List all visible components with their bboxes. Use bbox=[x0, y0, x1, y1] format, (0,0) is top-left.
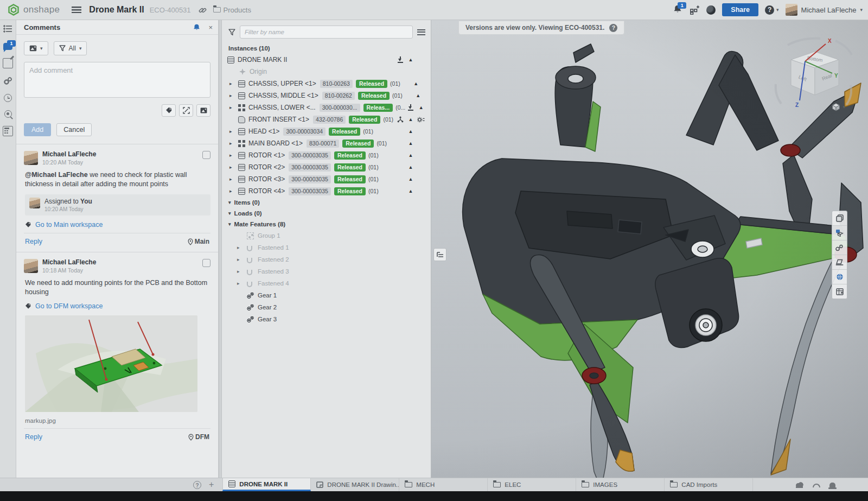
expand-chevron-icon[interactable]: ▸ bbox=[237, 257, 247, 262]
workspace-location[interactable]: DFM bbox=[188, 433, 209, 441]
add-button[interactable]: Add bbox=[24, 123, 51, 136]
comment-type-filter-button[interactable]: ▾ bbox=[24, 41, 48, 55]
tree-row[interactable]: ▸ CHASSIS, MIDDLE <1> 810-00262 Released… bbox=[222, 90, 431, 102]
tree-row[interactable]: ▸ ROTOR <4> 300-00003035 Released (01) ▲ bbox=[222, 185, 431, 197]
notifications-bell-icon[interactable]: 1 bbox=[673, 4, 684, 15]
calculator-icon[interactable] bbox=[3, 126, 13, 136]
tab-drone-mark-ii[interactable]: DRONE MARK II bbox=[222, 478, 311, 491]
mate-connector-button[interactable] bbox=[832, 240, 847, 255]
mate-name[interactable]: Gear 2 bbox=[258, 304, 277, 310]
view-cube[interactable]: Bottom Left Rear X Y Z bbox=[771, 35, 858, 119]
mate-name[interactable]: Fastened 4 bbox=[258, 280, 289, 287]
mate-feature-row[interactable]: ▸ Fastened 2 bbox=[222, 253, 431, 265]
workspace-link[interactable]: Go to Main workspace bbox=[25, 221, 210, 229]
gauge-icon[interactable] bbox=[813, 484, 820, 487]
instance-name[interactable]: ROTOR <1> bbox=[248, 151, 285, 159]
expand-chevron-icon[interactable]: ▸ bbox=[229, 164, 238, 170]
resolve-checkbox[interactable] bbox=[202, 259, 210, 267]
tree-root-row[interactable]: DRONE MARK II ▲ bbox=[222, 54, 431, 66]
mate-feature-row[interactable]: ▸ Fastened 1 bbox=[222, 242, 431, 253]
instance-name[interactable]: MAIN BOARD <1> bbox=[248, 139, 303, 147]
expand-chevron-icon[interactable]: ▸ bbox=[237, 245, 247, 250]
onshape-logo[interactable]: onshape bbox=[8, 4, 60, 16]
panel-splitter[interactable] bbox=[219, 20, 222, 478]
mate-feature-row[interactable]: Group 1 bbox=[222, 230, 431, 242]
expand-chevron-icon[interactable]: ▸ bbox=[229, 93, 238, 98]
origin-label[interactable]: Origin bbox=[250, 68, 267, 75]
attachment-filename[interactable]: markup.jpg bbox=[25, 417, 210, 424]
notification-icon[interactable] bbox=[829, 483, 835, 487]
edit-document-icon[interactable] bbox=[3, 58, 13, 68]
origin-row[interactable]: Origin bbox=[222, 66, 431, 78]
tree-row[interactable]: ▸ CHASSIS, UPPER <1> 810-00263 Released … bbox=[222, 78, 431, 90]
expand-chevron-icon[interactable]: ▸ bbox=[229, 129, 238, 134]
tree-row[interactable]: ▸ HEAD <1> 300-00003034 Released (01) ▲ bbox=[222, 125, 431, 137]
mate-feature-row[interactable]: Gear 1 bbox=[222, 289, 431, 301]
cloud-icon[interactable] bbox=[795, 481, 803, 488]
mention[interactable]: @Michael LaFleche bbox=[25, 171, 88, 179]
tab-mech[interactable]: MECH bbox=[399, 478, 488, 491]
gears-icon[interactable] bbox=[3, 77, 12, 86]
web-globe-button[interactable] bbox=[832, 270, 847, 284]
section-view-button[interactable] bbox=[832, 211, 847, 226]
instance-name[interactable]: CHASSIS, LOWER <... bbox=[248, 104, 316, 111]
filter-by-name-input[interactable] bbox=[240, 26, 413, 39]
mate-name[interactable]: Fastened 1 bbox=[258, 244, 289, 251]
mate-name[interactable]: Fastened 3 bbox=[258, 268, 289, 275]
named-views-button[interactable] bbox=[832, 226, 847, 240]
share-button[interactable]: Share bbox=[722, 3, 758, 16]
help-icon[interactable]: ? bbox=[193, 481, 201, 489]
close-icon[interactable]: × bbox=[208, 23, 213, 31]
tree-row[interactable]: ▸ ROTOR <3> 300-00003035 Released (01) ▲ bbox=[222, 173, 431, 185]
instance-name[interactable]: ROTOR <2> bbox=[248, 163, 285, 171]
app-store-icon[interactable] bbox=[690, 5, 700, 15]
subscribe-bell-icon[interactable] bbox=[193, 23, 201, 31]
expand-chevron-icon[interactable]: ▸ bbox=[237, 269, 247, 274]
tree-row[interactable]: ▸ CHASSIS, LOWER <... 300-000030... Rele… bbox=[222, 102, 431, 113]
help-icon[interactable]: ? bbox=[609, 24, 617, 32]
instance-name[interactable]: HEAD <1> bbox=[248, 128, 279, 135]
cancel-button[interactable]: Cancel bbox=[56, 123, 92, 136]
reply-link[interactable]: Reply bbox=[25, 433, 42, 441]
drawing-button[interactable] bbox=[832, 255, 847, 270]
viewport-3d[interactable]: Versions are view only. Viewing ECO-4005… bbox=[431, 20, 868, 478]
update-version-icon[interactable] bbox=[407, 104, 414, 111]
search-lens-icon[interactable] bbox=[4, 110, 12, 118]
expand-chevron-icon[interactable]: ▸ bbox=[229, 188, 238, 194]
breadcrumb[interactable]: Products bbox=[213, 6, 251, 14]
root-assembly-name[interactable]: DRONE MARK II bbox=[238, 56, 287, 64]
expand-chevron-icon[interactable]: ▸ bbox=[229, 105, 238, 110]
comments-filter-button[interactable]: All ▾ bbox=[54, 41, 87, 55]
feature-list-icon[interactable] bbox=[3, 24, 12, 34]
globe-icon[interactable] bbox=[706, 5, 716, 15]
workspace-link[interactable]: Go to DFM workspace bbox=[25, 302, 210, 310]
instance-name[interactable]: CHASSIS, MIDDLE <1> bbox=[248, 92, 318, 99]
tab-cad-imports[interactable]: CAD Imports bbox=[665, 478, 753, 491]
instance-name[interactable]: FRONT INSERT <1> bbox=[248, 116, 309, 123]
reply-link[interactable]: Reply bbox=[25, 238, 42, 245]
tree-row[interactable]: ▸ ROTOR <1> 300-00003035 Released (01) ▲ bbox=[222, 149, 431, 161]
hamburger-menu-icon[interactable] bbox=[72, 7, 81, 13]
help-menu[interactable]: ? ▾ bbox=[765, 5, 779, 15]
mate-name[interactable]: Fastened 2 bbox=[258, 256, 289, 263]
expand-chevron-icon[interactable]: ▸ bbox=[229, 81, 238, 86]
mate-feature-row[interactable]: ▸ Fastened 3 bbox=[222, 265, 431, 277]
mate-feature-row[interactable]: ▸ Fastened 4 bbox=[222, 277, 431, 289]
mate-feature-row[interactable]: Gear 3 bbox=[222, 313, 431, 325]
tab-drone-mark-ii-drawing[interactable]: DRONE MARK II Drawin... bbox=[311, 478, 399, 491]
comment-attachment-image[interactable] bbox=[25, 315, 197, 412]
tree-row[interactable]: FRONT INSERT <1> 432-00786 Released (01)… bbox=[222, 113, 431, 125]
expand-chevron-icon[interactable]: ▸ bbox=[229, 176, 238, 182]
expand-chevron-icon[interactable]: ▸ bbox=[229, 153, 238, 158]
tag-button[interactable] bbox=[162, 104, 176, 117]
resolve-checkbox[interactable] bbox=[202, 151, 210, 159]
mate-name[interactable]: Gear 3 bbox=[258, 316, 277, 322]
configuration-icon[interactable] bbox=[417, 117, 425, 123]
tree-view-toggle-button[interactable] bbox=[433, 248, 446, 261]
loads-section-header[interactable]: ▾ Loads (0) bbox=[222, 208, 431, 219]
tab-elec[interactable]: ELEC bbox=[488, 478, 576, 491]
link-icon[interactable] bbox=[199, 6, 207, 14]
mate-name[interactable]: Group 1 bbox=[258, 232, 280, 239]
update-version-icon[interactable] bbox=[397, 56, 404, 63]
markup-button[interactable] bbox=[179, 104, 193, 117]
